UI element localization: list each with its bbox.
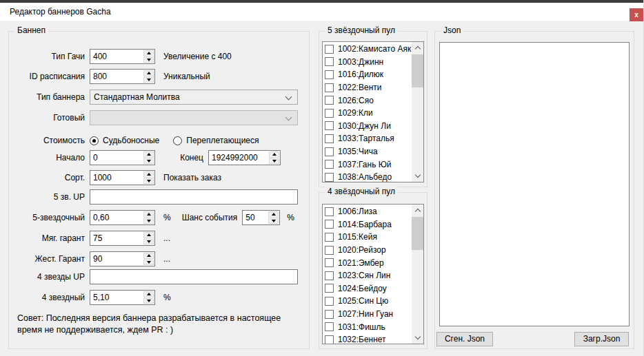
spin-down-icon[interactable]	[269, 158, 279, 165]
spin-up-icon[interactable]	[269, 151, 279, 158]
generate-json-button[interactable]: Сген. Json	[436, 332, 493, 346]
spin-down-icon[interactable]	[143, 260, 154, 266]
schedule-id-hint: Уникальный	[163, 72, 210, 81]
spin-down-icon[interactable]	[143, 158, 154, 165]
pool4-list-item[interactable]: 1023:Сян Лин	[323, 269, 412, 282]
spin-up-icon[interactable]	[143, 151, 154, 158]
spin-up-icon[interactable]	[143, 50, 154, 56]
spin-up-icon[interactable]	[143, 171, 154, 178]
checkbox-icon[interactable]	[325, 322, 334, 331]
checkbox-icon[interactable]	[325, 70, 334, 79]
pool4-list-item[interactable]: 1032:Беннет	[323, 333, 412, 344]
pool4-list-item[interactable]: 1025:Син Цю	[323, 295, 412, 308]
begin-spinner[interactable]: 0	[90, 150, 155, 165]
soft-pity-spinner[interactable]: 75	[90, 231, 155, 246]
checkbox-icon[interactable]	[325, 109, 334, 118]
spin-up-icon[interactable]	[143, 70, 154, 76]
pool-item-label: 1027:Нин Гуан	[338, 309, 393, 319]
spin-down-icon[interactable]	[143, 298, 154, 304]
pool4-list-item[interactable]: 1014:Барбара	[323, 218, 412, 231]
radio-unselected-icon[interactable]	[173, 136, 182, 145]
scroll-down-icon[interactable]	[412, 332, 423, 344]
five-up-input[interactable]	[90, 189, 298, 205]
pool5-list-item[interactable]: 1016:Дилюк	[323, 68, 412, 81]
hard-pity-spinner[interactable]: 90	[90, 251, 155, 266]
pool4-scrollbar[interactable]	[412, 205, 423, 344]
pool4-listbox[interactable]: 1006:Лиза 1014:Барбара 1015:Кейя	[322, 204, 424, 344]
checkbox-icon[interactable]	[325, 121, 334, 130]
checkbox-icon[interactable]	[325, 45, 334, 54]
event-chance-spinner[interactable]: 50	[242, 210, 280, 225]
checkbox-icon[interactable]	[325, 173, 334, 182]
pool5-list-item[interactable]: 1026:Сяо	[323, 94, 412, 107]
pool5-list-item[interactable]: 1002:Камисато Аяк	[323, 43, 412, 56]
pool4-list-item[interactable]: 1024:Бейдоу	[323, 282, 412, 295]
title-bar[interactable]: Редактор баннеров Gacha x	[0, 3, 644, 21]
scrollbar-thumb[interactable]	[412, 217, 423, 250]
banner-type-dropdown[interactable]: Стандартная Молитва	[90, 90, 298, 105]
prefab-dropdown[interactable]	[90, 110, 298, 125]
pool4-list-item[interactable]: 1031:Фишль	[323, 320, 412, 333]
pool4-list-item[interactable]: 1020:Рейзор	[323, 244, 412, 257]
scroll-up-icon[interactable]	[412, 205, 423, 216]
checkbox-icon[interactable]	[325, 220, 334, 229]
pool4-list-item[interactable]: 1006:Лиза	[323, 205, 412, 218]
spin-up-icon[interactable]	[143, 291, 154, 297]
checkbox-icon[interactable]	[325, 96, 334, 105]
pool5-list-item[interactable]: 1030:Джун Ли	[323, 120, 412, 133]
gacha-type-spinner[interactable]: 400	[90, 49, 155, 64]
four-rate-spinner[interactable]: 5,10	[90, 290, 155, 305]
pool4-list-item[interactable]: 1027:Нин Гуан	[323, 308, 412, 321]
close-button[interactable]: x	[630, 8, 643, 21]
checkbox-icon[interactable]	[325, 147, 334, 156]
radio-intertwined[interactable]: Переплетающиеся	[173, 136, 259, 145]
checkbox-icon[interactable]	[325, 134, 334, 143]
five-rate-spinner[interactable]: 0,60	[90, 210, 155, 225]
spin-down-icon[interactable]	[143, 178, 154, 185]
load-json-button[interactable]: Загр.Json	[574, 332, 629, 346]
pool5-list-item[interactable]: 1038:Альбедо	[323, 171, 412, 182]
pool5-list-item[interactable]: 1033:Тарталья	[323, 132, 412, 145]
checkbox-icon[interactable]	[325, 258, 334, 267]
pool5-list-item[interactable]: 1029:Кли	[323, 107, 412, 120]
sort-spinner[interactable]: 1000	[90, 170, 155, 185]
checkbox-icon[interactable]	[325, 246, 334, 255]
checkbox-icon[interactable]	[325, 233, 334, 242]
checkbox-icon[interactable]	[325, 160, 334, 169]
spin-up-icon[interactable]	[143, 211, 154, 218]
pool4-list-item[interactable]: 1015:Кейя	[323, 231, 412, 244]
checkbox-icon[interactable]	[325, 284, 334, 293]
four-up-input[interactable]	[90, 269, 298, 284]
spin-down-icon[interactable]	[268, 218, 279, 224]
spin-down-icon[interactable]	[143, 218, 154, 224]
checkbox-icon[interactable]	[325, 310, 334, 319]
spin-up-icon[interactable]	[268, 211, 279, 218]
pool5-scrollbar[interactable]	[412, 42, 423, 182]
spin-down-icon[interactable]	[143, 77, 154, 83]
pool5-list-item[interactable]: 1035:Чича	[323, 145, 412, 158]
radio-fate[interactable]: Судьбоносные	[90, 136, 159, 145]
pool5-list-item[interactable]: 1037:Гань Юй	[323, 158, 412, 171]
end-spinner[interactable]: 1924992000	[208, 150, 281, 165]
pool4-list-item[interactable]: 1021:Эмбер	[323, 256, 412, 269]
checkbox-icon[interactable]	[325, 57, 334, 66]
checkbox-icon[interactable]	[325, 297, 334, 306]
checkbox-icon[interactable]	[325, 335, 334, 344]
schedule-id-spinner[interactable]: 800	[90, 69, 155, 84]
checkbox-icon[interactable]	[325, 207, 334, 216]
pool5-listbox[interactable]: 1002:Камисато Аяк 1003:Джинн 1016:Дилюк	[322, 41, 424, 182]
checkbox-icon[interactable]	[325, 271, 334, 280]
pool-item-label: 1031:Фишль	[338, 322, 385, 332]
spin-up-icon[interactable]	[143, 253, 154, 259]
scroll-down-icon[interactable]	[412, 170, 423, 182]
spin-up-icon[interactable]	[143, 232, 154, 238]
checkbox-icon[interactable]	[325, 83, 334, 92]
json-textarea[interactable]	[439, 42, 630, 326]
scrollbar-thumb[interactable]	[412, 54, 423, 87]
spin-down-icon[interactable]	[143, 239, 154, 245]
scroll-up-icon[interactable]	[412, 42, 423, 54]
pool5-list-item[interactable]: 1022:Венти	[323, 81, 412, 94]
radio-selected-icon[interactable]	[90, 136, 99, 145]
spin-down-icon[interactable]	[143, 57, 154, 63]
pool5-list-item[interactable]: 1003:Джинн	[323, 56, 412, 69]
